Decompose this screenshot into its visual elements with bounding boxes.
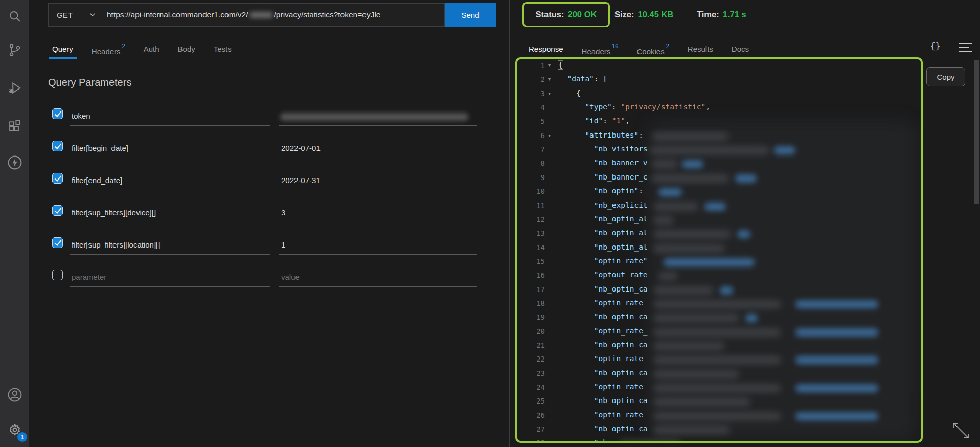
url-redacted-segment: [250, 12, 272, 18]
tab-auth[interactable]: Auth: [144, 41, 159, 57]
send-button[interactable]: Send: [445, 3, 496, 27]
tab-response[interactable]: Response: [529, 41, 563, 57]
redacted-blob: [653, 356, 781, 364]
url-suffix: /privacy/statistics?token=eyJle: [274, 10, 381, 19]
tab-headers[interactable]: Headers16: [582, 41, 619, 57]
line-number: 2: [517, 75, 545, 83]
fold-arrow-icon[interactable]: ▾: [548, 91, 555, 96]
fold-arrow-icon[interactable]: ▾: [548, 62, 555, 68]
time-group: Time: 1.71 s: [697, 4, 746, 26]
search-icon[interactable]: [0, 4, 29, 29]
redacted-blob: [720, 286, 733, 295]
param-value-field[interactable]: value: [279, 270, 477, 287]
line-number: 10: [517, 187, 545, 195]
tab-count-badge: 2: [122, 43, 125, 49]
scrollbar-thumb[interactable]: [974, 60, 979, 204]
redacted-blob: [653, 384, 781, 392]
format-braces-icon[interactable]: {}: [930, 41, 940, 51]
redacted-blob: [653, 342, 725, 350]
param-checkbox[interactable]: [52, 173, 63, 184]
param-key-field[interactable]: filter[sup_filters][location][]: [70, 237, 270, 255]
line-number: 1: [517, 61, 545, 70]
line-number: 18: [517, 299, 545, 307]
line-number: 9: [517, 173, 545, 182]
copy-button[interactable]: Copy: [926, 67, 965, 86]
status-label: Status:: [536, 10, 564, 19]
tab-query[interactable]: Query: [52, 41, 73, 57]
param-checkbox[interactable]: [52, 237, 63, 248]
url-input[interactable]: https://api-internal.commander1.com/v2/ …: [102, 3, 445, 27]
tab-docs[interactable]: Docs: [732, 41, 749, 57]
redacted-blob: [653, 216, 674, 225]
method-select[interactable]: GET: [48, 3, 102, 27]
line-number: 12: [517, 215, 545, 223]
param-row: filter[sup_filters][location][]1: [48, 230, 480, 255]
line-number: 21: [517, 341, 545, 349]
code-line: 5 "id": "1",: [517, 116, 921, 129]
line-number: 15: [517, 257, 545, 265]
resize-handle-icon[interactable]: [949, 418, 973, 443]
redacted-blob: [653, 286, 714, 295]
line-number: 6: [517, 131, 545, 140]
param-value-field[interactable]: 1: [279, 237, 477, 255]
code-line: 6▾ "attributes":: [517, 130, 921, 144]
tab-body[interactable]: Body: [178, 41, 195, 57]
tab-tests[interactable]: Tests: [214, 41, 232, 57]
menu-lines-icon[interactable]: [959, 43, 972, 54]
thunder-client-icon[interactable]: [0, 150, 29, 175]
code-line: 23 "nb_optin_ca: [517, 368, 921, 382]
tab-results[interactable]: Results: [688, 41, 713, 57]
line-number: 22: [517, 355, 545, 363]
settings-badge: 1: [17, 432, 27, 442]
source-control-icon[interactable]: [0, 38, 29, 62]
size-value: 10.45 KB: [638, 10, 674, 19]
redacted-blob: [653, 412, 781, 420]
panel-divider[interactable]: [509, 0, 510, 447]
line-number: 17: [517, 285, 545, 294]
param-key-field[interactable]: token: [70, 108, 270, 126]
param-value-field[interactable]: 3: [279, 205, 477, 222]
line-number: 13: [517, 229, 545, 237]
response-tabs: ResponseHeaders16Cookies2ResultsDocs: [529, 41, 749, 57]
redacted-blob: [649, 146, 769, 154]
fold-arrow-icon[interactable]: ▾: [548, 132, 555, 138]
param-checkbox[interactable]: [52, 205, 63, 216]
redacted-blob: [795, 384, 878, 392]
code-line: 2▾ "data": [: [517, 74, 921, 87]
response-body-annotated-region: 1▾{2▾ "data": [3▾ {4 "type": "privacy/st…: [515, 57, 923, 443]
account-icon[interactable]: [0, 383, 29, 407]
tabbar-separator: [29, 59, 509, 59]
code-line: 17 "nb_optin_ca: [517, 284, 921, 298]
redacted-blob: [735, 174, 757, 183]
redacted-blob: [704, 203, 726, 211]
param-key-field[interactable]: parameter: [70, 270, 270, 287]
param-checkbox[interactable]: [52, 141, 63, 151]
redacted-blob: [658, 272, 678, 280]
tab-headers[interactable]: Headers2: [92, 41, 125, 57]
code-line: 1▾{: [517, 60, 921, 74]
tab-cookies[interactable]: Cookies2: [637, 41, 669, 57]
param-key-field[interactable]: filter[end_date]: [70, 173, 270, 190]
line-number: 11: [517, 202, 545, 210]
redacted-blob: [620, 440, 681, 443]
url-prefix: https://api-internal.commander1.com/v2/: [107, 10, 248, 19]
param-value-field[interactable]: 2022-07-01: [279, 141, 477, 158]
code-line: 14 "nb_optin_al: [517, 242, 921, 256]
fold-arrow-icon[interactable]: ▾: [548, 76, 555, 82]
line-number: 20: [517, 327, 545, 336]
extensions-icon[interactable]: [0, 114, 29, 139]
param-value-field[interactable]: [279, 108, 477, 126]
param-key-field[interactable]: filter[sup_filters][device][]: [70, 205, 270, 222]
code-line: 21 "nb_optin_ca: [517, 340, 921, 353]
redacted-blob: [737, 230, 750, 238]
line-number: 4: [517, 103, 545, 111]
code-line: 18 "optin_rate_: [517, 298, 921, 311]
code-line: 20 "optin_rate_: [517, 326, 921, 340]
line-number: 5: [517, 117, 545, 125]
code-line: 19 "nb_optin_ca: [517, 311, 921, 325]
param-key-field[interactable]: filter[begin_date]: [70, 141, 270, 158]
param-checkbox[interactable]: [52, 108, 63, 119]
param-value-field[interactable]: 2022-07-31: [279, 173, 477, 190]
param-checkbox[interactable]: [52, 270, 63, 280]
run-debug-icon[interactable]: [0, 76, 29, 100]
